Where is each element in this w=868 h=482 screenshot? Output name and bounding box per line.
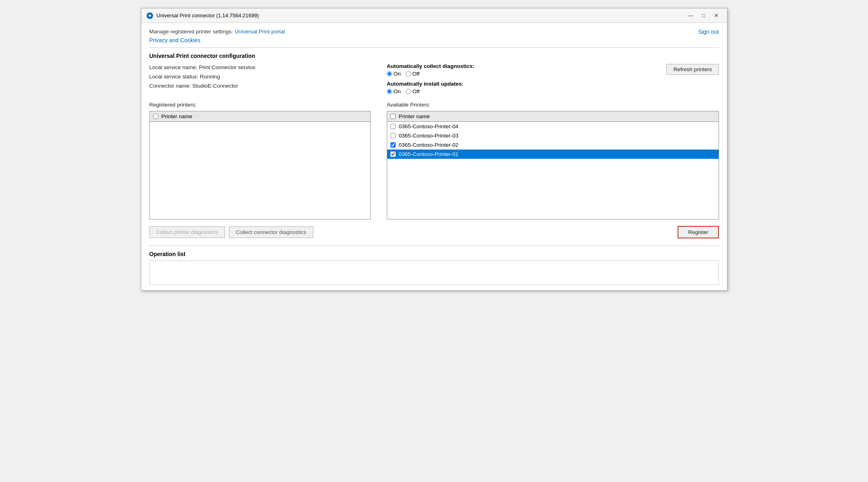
available-printers-panel: Available Printers: Printer name 0365-Co… [387, 102, 719, 219]
app-icon [146, 12, 153, 19]
available-printers-label: Available Printers: [387, 102, 719, 108]
auto-updates-on-text: On [394, 88, 401, 94]
printer-name-04: 0365-Contoso-Printer-04 [399, 123, 459, 129]
manage-line: Manage registered printer settings: Univ… [149, 29, 285, 35]
printer-name-01: 0365-Contoso-Printer-01 [399, 151, 459, 157]
auto-diagnostics-on-radio[interactable] [387, 71, 392, 76]
window-controls: — □ ✕ [685, 11, 722, 20]
operation-list-title: Operation list [149, 251, 719, 257]
auto-updates-off-label[interactable]: Off [406, 88, 420, 94]
auto-diagnostics-label: Automatically collect diagnostics: [387, 63, 651, 69]
registered-printers-col-header: Printer name [161, 113, 192, 119]
register-button[interactable]: Register [678, 226, 719, 238]
buttons-row: Collect printer diagnostics Collect conn… [149, 226, 719, 238]
auto-updates-on-radio[interactable] [387, 89, 392, 94]
auto-diagnostics-on-label[interactable]: On [387, 71, 401, 77]
auto-diagnostics-off-label[interactable]: Off [406, 71, 420, 77]
section-divider [149, 47, 719, 48]
maximize-button[interactable]: □ [698, 11, 709, 20]
registered-printers-header: Printer name [150, 111, 370, 122]
auto-diagnostics-radio-group: On Off [387, 71, 651, 77]
top-links-area: Manage registered printer settings: Univ… [149, 29, 719, 43]
main-content: Manage registered printer settings: Univ… [141, 23, 727, 290]
refresh-btn-area: Refresh printers [666, 63, 719, 75]
printer-checkbox-04[interactable] [390, 124, 396, 129]
registered-printers-panel: Registered printers: Printer name [149, 102, 371, 219]
printer-name-02: 0365-Contoso-Printer-02 [399, 142, 459, 148]
title-bar: Universal Print connector (1.14.7564.216… [141, 8, 727, 23]
buttons-left: Collect printer diagnostics Collect conn… [149, 226, 313, 238]
printer-name-03: 0365-Contoso-Printer-03 [399, 133, 459, 139]
minimize-button[interactable]: — [685, 11, 696, 20]
auto-updates-label: Automatically install updates: [387, 81, 651, 87]
auto-updates-off-radio[interactable] [406, 89, 411, 94]
table-row[interactable]: 0365-Contoso-Printer-04 [387, 122, 719, 131]
top-links-left: Manage registered printer settings: Univ… [149, 29, 285, 43]
privacy-link[interactable]: Privacy and Cookies [149, 37, 285, 43]
config-section-title: Universal Print connector configuration [149, 53, 719, 59]
manage-text: Manage registered printer settings: [149, 29, 233, 35]
config-right: Automatically collect diagnostics: On Of… [387, 63, 719, 94]
available-printers-header: Printer name [387, 111, 719, 122]
service-info: Local service name: Print Connector serv… [149, 63, 371, 94]
auto-diagnostics-off-radio[interactable] [406, 71, 411, 76]
local-service-status: Local service status: Running [149, 72, 371, 82]
window-title: Universal Print connector (1.14.7564.216… [157, 12, 685, 18]
auto-updates-on-label[interactable]: On [387, 88, 401, 94]
table-row[interactable]: 0365-Contoso-Printer-01 [387, 150, 719, 159]
operation-divider [149, 246, 719, 246]
auto-diagnostics-off-text: Off [413, 71, 420, 77]
table-row[interactable]: 0365-Contoso-Printer-02 [387, 140, 719, 150]
table-row[interactable]: 0365-Contoso-Printer-03 [387, 131, 719, 140]
registered-printers-label: Registered printers: [149, 102, 371, 108]
auto-updates-off-text: Off [413, 88, 420, 94]
connector-name: Connector name: StudioE-Connector [149, 82, 371, 91]
registered-printers-table: Printer name [149, 111, 371, 219]
printer-checkbox-02[interactable] [390, 142, 396, 148]
diagnostics-row: Automatically collect diagnostics: On Of… [387, 63, 719, 94]
close-button[interactable]: ✕ [711, 11, 722, 20]
auto-diagnostics-options: Automatically collect diagnostics: On Of… [387, 63, 651, 94]
printer-checkbox-01[interactable] [390, 152, 396, 157]
auto-updates-radio-group: On Off [387, 88, 651, 94]
available-select-all-checkbox[interactable] [390, 114, 396, 119]
collect-printer-diagnostics-button[interactable]: Collect printer diagnostics [149, 226, 225, 238]
available-printers-table: Printer name 0365-Contoso-Printer-04 036… [387, 111, 719, 219]
refresh-printers-button[interactable]: Refresh printers [666, 64, 719, 75]
registered-select-all-checkbox[interactable] [153, 114, 158, 119]
local-service-name: Local service name: Print Connector serv… [149, 63, 371, 72]
collect-connector-diagnostics-button[interactable]: Collect connector diagnostics [229, 226, 313, 238]
portal-link[interactable]: Universal Print portal [235, 29, 285, 35]
svg-point-1 [149, 15, 151, 16]
operation-section: Operation list [149, 251, 719, 285]
operation-list-area [149, 260, 719, 285]
printers-section: Registered printers: Printer name Availa… [149, 102, 719, 219]
printer-checkbox-03[interactable] [390, 133, 396, 138]
sign-out-link[interactable]: Sign out [698, 29, 719, 35]
auto-diagnostics-on-text: On [394, 71, 401, 77]
config-section: Local service name: Print Connector serv… [149, 63, 719, 94]
available-printers-col-header: Printer name [399, 113, 430, 119]
